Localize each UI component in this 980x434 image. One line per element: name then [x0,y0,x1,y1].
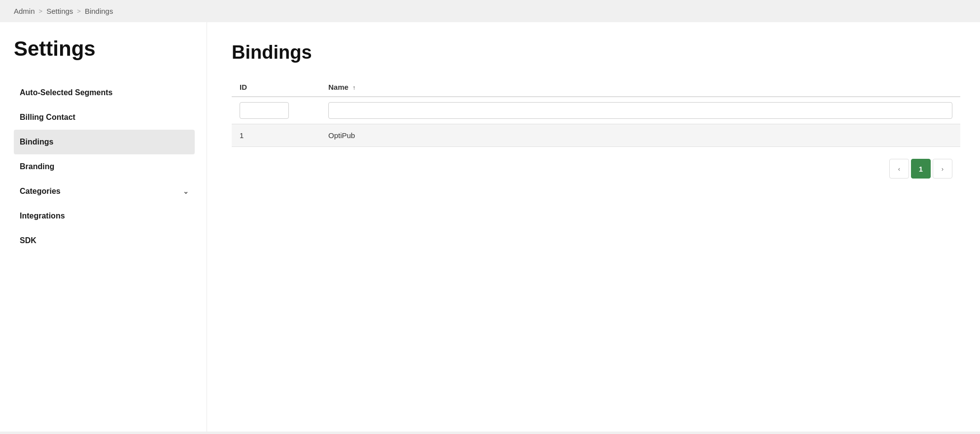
settings-title: Settings [14,37,195,61]
pagination-next-button[interactable]: › [933,159,952,179]
chevron-left-icon: ‹ [898,165,900,173]
chevron-right-icon: › [942,165,944,173]
chevron-down-icon: ⌄ [183,187,189,195]
cell-name: OptiPub [320,124,960,147]
sidebar-label-categories: Categories [20,187,61,196]
pagination-page-number: 1 [919,165,923,173]
sidebar-label-integrations: Integrations [20,212,65,220]
sort-arrow-name: ↑ [352,84,355,91]
sidebar-label-sdk: SDK [20,236,36,245]
sidebar-label-bindings: Bindings [20,138,53,146]
table-header-row: ID Name ↑ [232,78,960,97]
pagination-page-1-button[interactable]: 1 [911,159,931,179]
column-header-name[interactable]: Name ↑ [320,78,960,97]
breadcrumb-bindings: Bindings [85,7,113,15]
column-header-id[interactable]: ID [232,78,320,97]
pagination: ‹ 1 › [232,147,960,183]
sidebar-item-branding[interactable]: Branding [14,154,195,179]
content-area: Bindings ID Name ↑ [207,22,980,432]
sidebar-item-bindings[interactable]: Bindings [14,130,195,154]
sidebar-label-billing-contact: Billing Contact [20,113,75,122]
breadcrumb-admin[interactable]: Admin [14,7,35,15]
sidebar-item-sdk[interactable]: SDK [14,228,195,253]
page-title: Bindings [232,42,960,63]
breadcrumb: Admin > Settings > Bindings [0,0,980,22]
sidebar: Settings Auto-Selected Segments Billing … [0,22,207,432]
bindings-table: ID Name ↑ 1 [232,78,960,147]
sidebar-nav: Auto-Selected Segments Billing Contact B… [14,80,195,253]
sidebar-item-integrations[interactable]: Integrations [14,204,195,228]
filter-row [232,97,960,124]
breadcrumb-sep-2: > [77,7,81,15]
sidebar-item-auto-selected-segments[interactable]: Auto-Selected Segments [14,80,195,105]
breadcrumb-sep-1: > [39,7,43,15]
sidebar-item-billing-contact[interactable]: Billing Contact [14,105,195,130]
filter-name-input[interactable] [328,102,952,119]
pagination-prev-button[interactable]: ‹ [889,159,909,179]
sidebar-label-auto-selected-segments: Auto-Selected Segments [20,88,112,97]
main-container: Settings Auto-Selected Segments Billing … [0,22,980,432]
sidebar-item-categories[interactable]: Categories ⌄ [14,179,195,204]
filter-id-input[interactable] [240,102,289,119]
sidebar-label-branding: Branding [20,162,54,171]
breadcrumb-settings[interactable]: Settings [46,7,73,15]
table-row: 1 OptiPub [232,124,960,147]
cell-id: 1 [232,124,320,147]
